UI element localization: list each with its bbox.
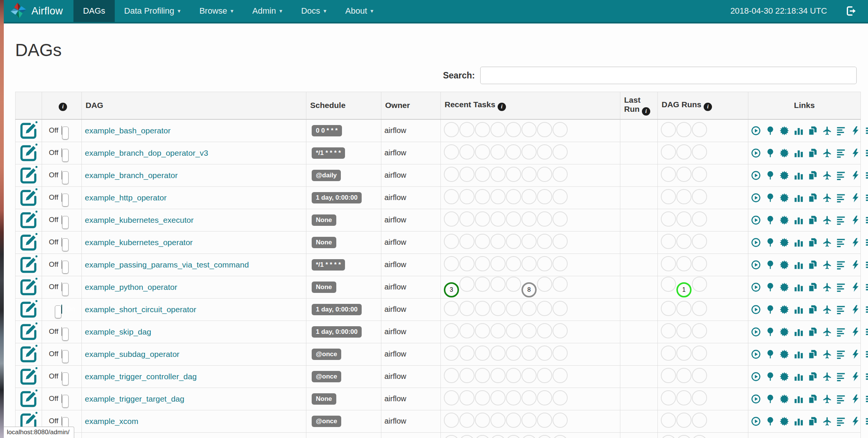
tree-icon[interactable] (765, 394, 775, 404)
nav-item-admin[interactable]: Admin ▾ (243, 0, 292, 22)
bolt-icon[interactable] (851, 260, 860, 270)
copy-icon[interactable] (808, 349, 818, 359)
plane-icon[interactable] (822, 215, 832, 225)
bar-chart-icon[interactable] (794, 394, 804, 404)
tree-icon[interactable] (765, 305, 775, 314)
list-icon[interactable] (865, 349, 868, 359)
copy-icon[interactable] (808, 171, 818, 180)
list-icon[interactable] (865, 305, 868, 314)
edit-dag-icon[interactable] (19, 200, 39, 208)
sun-icon[interactable] (779, 305, 789, 314)
sign-out-icon[interactable] (845, 5, 857, 17)
list-icon[interactable] (865, 282, 868, 292)
play-circle-icon[interactable] (751, 148, 761, 158)
plane-icon[interactable] (822, 416, 832, 426)
bolt-icon[interactable] (851, 171, 860, 180)
plane-icon[interactable] (822, 171, 832, 180)
play-circle-icon[interactable] (751, 238, 761, 247)
tree-icon[interactable] (765, 171, 775, 180)
nav-item-docs[interactable]: Docs ▾ (292, 0, 336, 22)
sun-icon[interactable] (779, 327, 789, 337)
copy-icon[interactable] (808, 416, 818, 426)
search-input[interactable] (480, 67, 857, 84)
list-icon[interactable] (865, 260, 868, 270)
play-circle-icon[interactable] (751, 282, 761, 292)
dag-pause-toggle[interactable]: Off (61, 171, 62, 180)
list-icon[interactable] (865, 327, 868, 337)
copy-icon[interactable] (808, 305, 818, 314)
dag-pause-toggle[interactable]: Off (61, 282, 62, 291)
plane-icon[interactable] (822, 282, 832, 292)
nav-item-data-profiling[interactable]: Data Profiling ▾ (115, 0, 190, 22)
sun-icon[interactable] (779, 349, 789, 359)
align-left-icon[interactable] (836, 305, 846, 314)
plane-icon[interactable] (822, 238, 832, 247)
align-left-icon[interactable] (836, 260, 846, 270)
list-icon[interactable] (865, 416, 868, 426)
bar-chart-icon[interactable] (794, 215, 804, 225)
sun-icon[interactable] (779, 238, 789, 247)
align-left-icon[interactable] (836, 327, 846, 337)
tree-icon[interactable] (765, 126, 775, 136)
airflow-brand[interactable]: Airflow (4, 0, 73, 22)
copy-icon[interactable] (808, 238, 818, 247)
sun-icon[interactable] (779, 126, 789, 136)
edit-dag-icon[interactable] (19, 155, 39, 164)
bolt-icon[interactable] (851, 394, 860, 404)
edit-dag-icon[interactable] (19, 401, 39, 410)
dag-link[interactable]: example_short_circuit_operator (85, 305, 196, 314)
tree-icon[interactable] (765, 282, 775, 292)
sun-icon[interactable] (779, 416, 789, 426)
bolt-icon[interactable] (851, 215, 860, 225)
dag-link[interactable]: example_xcom (85, 417, 138, 425)
tree-icon[interactable] (765, 238, 775, 247)
edit-dag-icon[interactable] (19, 267, 39, 275)
copy-icon[interactable] (808, 215, 818, 225)
plane-icon[interactable] (822, 260, 832, 270)
sun-icon[interactable] (779, 215, 789, 225)
edit-dag-icon[interactable] (19, 379, 39, 387)
nav-item-browse[interactable]: Browse ▾ (190, 0, 243, 22)
play-circle-icon[interactable] (751, 126, 761, 136)
align-left-icon[interactable] (836, 394, 846, 404)
bolt-icon[interactable] (851, 372, 860, 382)
dag-pause-toggle[interactable]: Off (61, 193, 62, 202)
plane-icon[interactable] (822, 349, 832, 359)
play-circle-icon[interactable] (751, 394, 761, 404)
align-left-icon[interactable] (836, 193, 846, 203)
plane-icon[interactable] (822, 372, 832, 382)
bar-chart-icon[interactable] (794, 416, 804, 426)
sun-icon[interactable] (779, 148, 789, 158)
dag-pause-toggle[interactable]: Off (61, 372, 62, 381)
list-icon[interactable] (865, 372, 868, 382)
nav-item-dags[interactable]: DAGs (73, 0, 115, 22)
edit-dag-icon[interactable] (19, 289, 39, 298)
copy-icon[interactable] (808, 282, 818, 292)
bar-chart-icon[interactable] (794, 148, 804, 158)
list-icon[interactable] (865, 193, 868, 203)
list-icon[interactable] (865, 148, 868, 158)
sun-icon[interactable] (779, 394, 789, 404)
tree-icon[interactable] (765, 349, 775, 359)
dag-pause-toggle[interactable]: Off (61, 327, 62, 336)
bolt-icon[interactable] (851, 282, 860, 292)
copy-icon[interactable] (808, 372, 818, 382)
plane-icon[interactable] (822, 394, 832, 404)
task-state-circle[interactable]: 8 (521, 282, 537, 297)
align-left-icon[interactable] (836, 126, 846, 136)
align-left-icon[interactable] (836, 416, 846, 426)
edit-dag-icon[interactable] (19, 178, 39, 186)
play-circle-icon[interactable] (751, 372, 761, 382)
sun-icon[interactable] (779, 260, 789, 270)
align-left-icon[interactable] (836, 171, 846, 180)
dag-run-circle[interactable]: 1 (676, 282, 692, 297)
play-circle-icon[interactable] (751, 171, 761, 180)
dag-pause-toggle[interactable]: Off (61, 416, 62, 425)
list-icon[interactable] (865, 215, 868, 225)
play-circle-icon[interactable] (751, 260, 761, 270)
bar-chart-icon[interactable] (794, 171, 804, 180)
dag-link[interactable]: example_branch_operator (85, 171, 178, 180)
dag-pause-toggle[interactable]: Off (61, 215, 62, 224)
edit-dag-icon[interactable] (19, 222, 39, 231)
align-left-icon[interactable] (836, 215, 846, 225)
